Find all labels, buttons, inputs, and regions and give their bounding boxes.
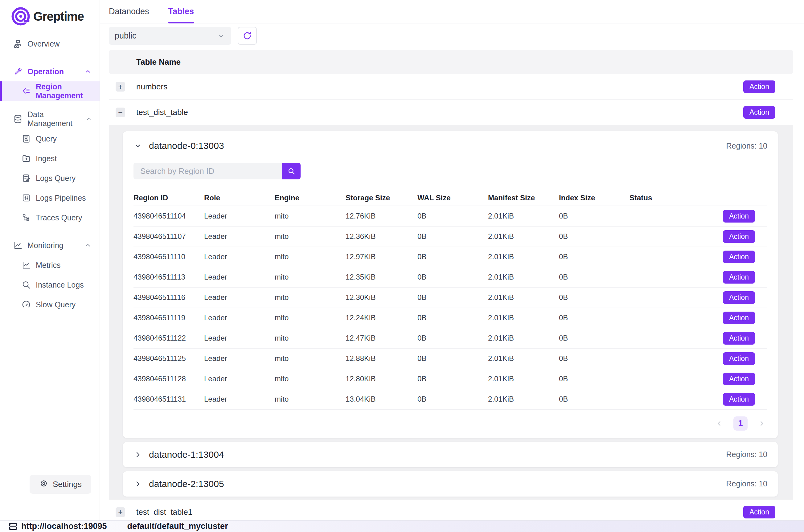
page-prev-icon[interactable] [715,420,723,427]
cell-status [630,308,718,328]
cell-storage-size: 12.80KiB [346,369,417,389]
region-action-button[interactable]: Action [723,311,755,324]
tab-tables[interactable]: Tables [168,0,194,23]
region-table-header-row: Region ID Role Engine Storage Size WAL S… [133,190,767,206]
cell-engine: mito [275,389,346,409]
sidebar-item-logs-pipelines[interactable]: Logs Pipelines [0,188,100,208]
cell-engine: mito [275,206,346,226]
cell-role: Leader [204,287,275,308]
sidebar-item-label: Traces Query [36,213,82,222]
col-region-id: Region ID [133,190,204,206]
search-button[interactable] [282,163,301,179]
page-number[interactable]: 1 [733,416,748,431]
row-action-button[interactable]: Action [743,506,775,518]
cell-storage-size: 12.47KiB [346,328,417,348]
region-action-button[interactable]: Action [723,271,755,284]
region-search-input[interactable] [133,163,282,179]
cell-role: Leader [204,226,275,247]
cell-wal-size: 0B [417,206,488,226]
main-row: Greptime Overview Operation [0,0,804,520]
cell-action: Action [718,226,767,247]
region-action-button[interactable]: Action [723,373,755,385]
cell-action: Action [718,328,767,348]
region-action-button[interactable]: Action [723,210,755,223]
region-action-button[interactable]: Action [723,332,755,345]
refresh-icon [242,31,252,41]
settings-button[interactable]: Settings [30,475,91,494]
tab-bar: Datanodes Tables [100,0,804,23]
sidebar-group-monitoring[interactable]: Monitoring [0,235,100,255]
gauge-icon [22,300,31,309]
cell-region-id: 4398046511131 [133,389,204,409]
datanode-section: datanode-0:13003 Regions: 10 [109,125,793,500]
col-storage-size: Storage Size [346,190,417,206]
chevron-down-icon [217,32,225,40]
sidebar-group-data-management[interactable]: Data Management [0,109,100,129]
row-action-button[interactable]: Action [743,106,775,119]
sidebar-group-label: Monitoring [27,241,63,250]
cell-role: Leader [204,328,275,348]
brand-logo: Greptime [0,0,100,34]
region-table-row: 4398046511110 Leader mito 12.97KiB 0B 2.… [133,247,767,267]
tab-label: Tables [168,7,194,16]
table-row: + numbers Action [109,74,793,99]
datanode-header[interactable]: datanode-0:13003 Regions: 10 [133,140,767,151]
sidebar-item-logs-query[interactable]: Logs Query [0,168,100,188]
sidebar-item-traces-query[interactable]: Traces Query [0,208,100,227]
cell-storage-size: 12.36KiB [346,226,417,247]
sidebar-item-label: Region Management [36,82,92,100]
region-action-button[interactable]: Action [723,251,755,263]
schema-select-value: public [115,31,137,41]
cell-region-id: 4398046511128 [133,369,204,389]
sidebar-item-query[interactable]: Query [0,129,100,149]
region-table-row: 4398046511122 Leader mito 12.47KiB 0B 2.… [133,328,767,348]
expand-row-button[interactable]: + [116,507,125,517]
expand-row-button[interactable]: + [116,82,125,92]
refresh-button[interactable] [238,27,257,45]
row-action-button[interactable]: Action [743,80,775,93]
sidebar-item-label: Ingest [36,154,57,163]
cell-engine: mito [275,348,346,369]
cell-action: Action [718,247,767,267]
sidebar-item-instance-logs[interactable]: Instance Logs [0,275,100,294]
sidebar-item-overview[interactable]: Overview [0,34,100,54]
cell-region-id: 4398046511116 [133,287,204,308]
region-action-button[interactable]: Action [723,291,755,304]
region-management-icon [22,87,31,96]
col-status: Status [630,190,718,206]
region-action-button[interactable]: Action [723,393,755,406]
sidebar-item-label: Metrics [36,261,61,270]
cell-role: Leader [204,348,275,369]
cell-storage-size: 12.24KiB [346,308,417,328]
sidebar-item-region-management[interactable]: Region Management [0,81,100,101]
table-name: test_dist_table [136,108,188,117]
datanode-card-collapsed[interactable]: datanode-1:13004 Regions: 10 [123,442,778,467]
datanode-card-collapsed[interactable]: datanode-2:13005 Regions: 10 [123,471,778,497]
page-next-icon[interactable] [758,420,765,427]
sidebar-group-operation[interactable]: Operation [0,62,100,81]
trace-tree-icon [22,213,31,222]
col-index-size: Index Size [559,190,630,206]
cell-engine: mito [275,287,346,308]
cell-index-size: 0B [559,389,630,409]
app-window: Greptime Overview Operation [0,0,804,532]
file-pen-icon [22,173,31,183]
collapse-row-button[interactable]: − [116,108,125,117]
cell-manifest-size: 2.01KiB [488,226,559,247]
table-name: numbers [136,82,167,92]
sidebar-item-label: Query [36,134,57,143]
table-row: − test_dist_table Action [109,99,793,125]
region-table-row: 4398046511113 Leader mito 12.35KiB 0B 2.… [133,267,767,287]
sidebar-item-metrics[interactable]: Metrics [0,255,100,275]
table-name-column-header: Table Name [136,57,181,67]
tab-label: Datanodes [109,7,149,16]
sidebar-item-slow-query[interactable]: Slow Query [0,294,100,315]
sidebar-item-label: Slow Query [36,300,76,309]
tab-datanodes[interactable]: Datanodes [109,0,149,23]
region-action-button[interactable]: Action [723,230,755,243]
region-action-button[interactable]: Action [723,352,755,365]
sliders-icon [22,193,31,203]
sidebar-item-ingest[interactable]: Ingest [0,149,100,168]
schema-select[interactable]: public [109,27,231,45]
status-bar: http://localhost:19095 default/default_m… [0,520,804,532]
